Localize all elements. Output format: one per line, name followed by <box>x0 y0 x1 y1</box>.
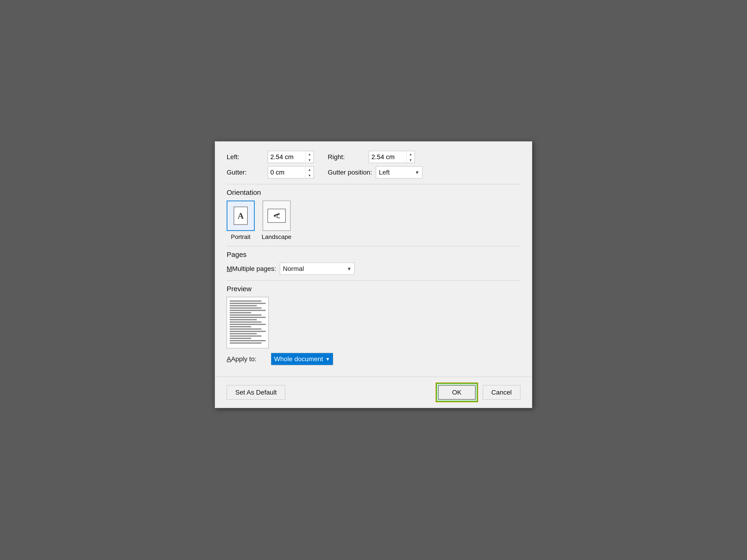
apply-underline-y: A <box>227 355 231 363</box>
preview-line-8 <box>230 317 266 318</box>
preview-line-16 <box>230 336 261 337</box>
multiple-pages-dropdown[interactable]: Normal ▼ <box>280 263 355 275</box>
portrait-button[interactable]: A Portrait <box>227 201 255 241</box>
portrait-icon-box: A <box>227 201 255 231</box>
multiple-pages-value: Normal <box>283 265 344 272</box>
landscape-button[interactable]: A Landscape <box>262 201 291 241</box>
multiple-pages-arrow-icon: ▼ <box>347 266 352 271</box>
preview-line-10 <box>230 322 261 323</box>
left-up-arrow[interactable]: ▲ <box>306 151 313 157</box>
landscape-label: Landscape <box>262 233 291 241</box>
dialog-footer: Set As Default OK Cancel <box>215 377 532 408</box>
preview-box <box>227 297 269 348</box>
left-spinner-arrows: ▲ ▼ <box>305 151 313 163</box>
right-label: Right: <box>328 153 365 161</box>
gutter-down-arrow[interactable]: ▼ <box>306 172 313 178</box>
gutter-position-arrow-icon: ▼ <box>415 170 419 175</box>
gutter-position-dropdown[interactable]: Left ▼ <box>376 166 422 179</box>
preview-line-3 <box>230 305 257 306</box>
gutter-label: Gutter: <box>227 169 264 176</box>
gutter-field-group: Gutter: ▲ ▼ <box>227 166 314 179</box>
left-label: Left: <box>227 153 264 161</box>
right-up-arrow[interactable]: ▲ <box>407 151 415 157</box>
ok-button[interactable]: OK <box>438 385 475 400</box>
dialog-body: Left: ▲ ▼ Right: ▲ <box>215 142 532 377</box>
pages-divider <box>227 246 520 246</box>
orientation-title: Orientation <box>227 189 520 196</box>
preview-title: Preview <box>227 285 520 293</box>
preview-line-17 <box>230 338 251 339</box>
preview-line-14 <box>230 331 266 332</box>
preview-line-19 <box>230 343 261 344</box>
preview-line-4 <box>230 308 261 309</box>
portrait-label: Portrait <box>231 233 251 241</box>
right-spinner[interactable]: ▲ ▼ <box>369 151 415 163</box>
page-setup-dialog: Left: ▲ ▼ Right: ▲ <box>215 141 532 408</box>
preview-line-18 <box>230 340 266 341</box>
pages-section: Pages MMultiple pages: Normal ▼ <box>227 250 520 275</box>
apply-dropdown-value: Whole document <box>274 355 323 363</box>
gutter-position-label: Gutter position: <box>328 169 372 176</box>
gutter-spinner[interactable]: ▲ ▼ <box>268 166 314 179</box>
apply-label: AApply to: <box>227 355 266 363</box>
multiple-pages-m: M <box>227 265 232 272</box>
gutter-spinner-arrows: ▲ ▼ <box>305 167 313 178</box>
gutter-up-arrow[interactable]: ▲ <box>306 167 313 172</box>
preview-line-7 <box>230 315 261 316</box>
portrait-page-icon: A <box>234 207 248 225</box>
cancel-button[interactable]: Cancel <box>483 385 520 400</box>
preview-divider <box>227 281 520 281</box>
left-down-arrow[interactable]: ▼ <box>306 157 313 163</box>
gutter-position-field-group: Gutter position: Left ▼ <box>328 166 422 179</box>
orientation-buttons: A Portrait A Landscape <box>227 201 520 241</box>
left-right-row: Left: ▲ ▼ Right: ▲ <box>227 151 520 163</box>
gutter-input[interactable] <box>268 167 305 178</box>
ok-highlight-box: OK <box>436 383 478 402</box>
right-down-arrow[interactable]: ▼ <box>407 157 415 163</box>
preview-line-2 <box>230 303 266 304</box>
preview-line-11 <box>230 324 266 325</box>
apply-dropdown-arrow-icon: ▼ <box>326 356 330 362</box>
right-input[interactable] <box>369 151 406 163</box>
preview-line-1 <box>230 300 261 302</box>
apply-row: AApply to: Whole document ▼ <box>227 353 520 370</box>
left-spinner[interactable]: ▲ ▼ <box>268 151 314 163</box>
gutter-row: Gutter: ▲ ▼ Gutter position: Left ▼ <box>227 166 520 179</box>
preview-line-9 <box>230 319 257 320</box>
preview-line-15 <box>230 333 257 335</box>
portrait-letter: A <box>238 211 244 221</box>
preview-line-12 <box>230 326 251 327</box>
left-input[interactable] <box>268 151 305 163</box>
multiple-pages-label: MMultiple pages: <box>227 265 276 272</box>
pages-title: Pages <box>227 250 520 259</box>
preview-line-5 <box>230 310 266 311</box>
apply-dropdown[interactable]: Whole document ▼ <box>271 353 333 365</box>
gutter-position-value: Left <box>379 169 412 176</box>
preview-line-6 <box>230 312 251 313</box>
landscape-icon-box: A <box>263 201 291 231</box>
left-field-group: Left: ▲ ▼ <box>227 151 314 163</box>
landscape-letter: A <box>272 213 282 219</box>
right-field-group: Right: ▲ ▼ <box>328 151 415 163</box>
orientation-section: Orientation A Portrait A <box>227 189 520 241</box>
right-spinner-arrows: ▲ ▼ <box>406 151 415 163</box>
multiple-pages-group: MMultiple pages: Normal ▼ <box>227 263 520 275</box>
landscape-page-icon: A <box>267 209 286 223</box>
preview-section: Preview <box>227 285 520 348</box>
preview-line-13 <box>230 328 261 330</box>
margin-rows: Left: ▲ ▼ Right: ▲ <box>227 151 520 179</box>
orientation-divider <box>227 184 520 184</box>
set-as-default-button[interactable]: Set As Default <box>227 385 285 400</box>
